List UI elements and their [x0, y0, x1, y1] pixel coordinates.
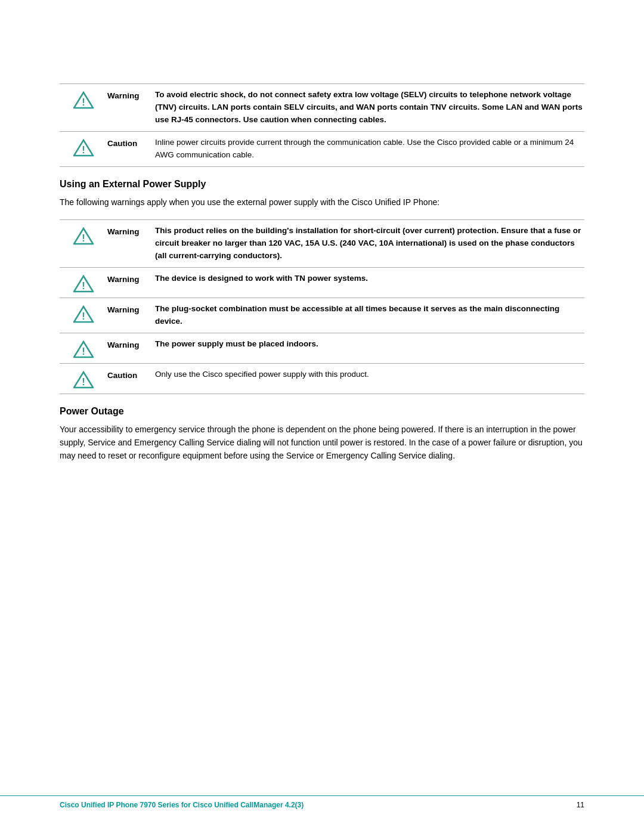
warning-label-2: Warning [107, 225, 155, 236]
page-content: ! Warning To avoid electric shock, do no… [0, 0, 644, 521]
caution-icon-col-2: ! [60, 368, 107, 389]
warning-triangle-icon-4: ! [73, 305, 94, 323]
svg-text:!: ! [82, 346, 85, 357]
caution-icon-col-1: ! [60, 137, 107, 157]
warning-icon-col-1: ! [60, 89, 107, 109]
notice-warning-1: ! Warning To avoid electric shock, do no… [60, 83, 584, 131]
warning-icon-col-4: ! [60, 303, 107, 323]
notice-warning-2: ! Warning This product relies on the bui… [60, 219, 584, 267]
warning-label-4: Warning [107, 303, 155, 314]
svg-text:!: ! [82, 281, 85, 291]
warning-triangle-icon-2: ! [73, 227, 94, 245]
svg-text:!: ! [82, 377, 85, 387]
warning-icon-col-5: ! [60, 338, 107, 358]
warning-text-1: To avoid electric shock, do not connect … [155, 89, 584, 126]
warning-label-3: Warning [107, 272, 155, 284]
notice-warning-4: ! Warning The plug-socket combination mu… [60, 298, 584, 333]
notice-caution-1: ! Caution Inline power circuits provide … [60, 131, 584, 167]
section-heading-power-outage: Power Outage [60, 406, 584, 417]
warning-icon-col-2: ! [60, 225, 107, 245]
warning-label-5: Warning [107, 338, 155, 349]
warning-text-2: This product relies on the building's in… [155, 225, 584, 262]
caution-triangle-icon-1: ! [73, 139, 94, 157]
caution-text-2: Only use the Cisco specified power suppl… [155, 368, 584, 381]
warning-triangle-icon-1: ! [73, 91, 94, 109]
warning-text-5: The power supply must be placed indoors. [155, 338, 584, 351]
section-intro-external-power: The following warnings apply when you us… [60, 196, 584, 209]
footer-title: Cisco Unified IP Phone 7970 Series for C… [60, 801, 304, 809]
section-intro-power-outage: Your accessibility to emergency service … [60, 423, 584, 463]
svg-text:!: ! [82, 311, 85, 321]
warning-icon-col-3: ! [60, 272, 107, 293]
warning-text-4: The plug-socket combination must be acce… [155, 303, 584, 328]
svg-text:!: ! [82, 233, 85, 243]
notice-warning-5: ! Warning The power supply must be place… [60, 333, 584, 363]
notice-caution-2: ! Caution Only use the Cisco specified p… [60, 363, 584, 394]
warning-text-3: The device is designed to work with TN p… [155, 272, 584, 285]
svg-text:!: ! [82, 97, 85, 107]
section-heading-external-power: Using an External Power Supply [60, 179, 584, 190]
caution-text-1: Inline power circuits provide current th… [155, 137, 584, 162]
caution-label-1: Caution [107, 137, 155, 148]
warning-triangle-icon-3: ! [73, 275, 94, 293]
notice-warning-3: ! Warning The device is designed to work… [60, 267, 584, 298]
page-footer: Cisco Unified IP Phone 7970 Series for C… [0, 795, 644, 809]
warning-label-1: Warning [107, 89, 155, 100]
caution-label-2: Caution [107, 368, 155, 380]
warning-triangle-icon-5: ! [73, 340, 94, 358]
caution-triangle-icon-2: ! [73, 371, 94, 389]
footer-page-number: 11 [577, 801, 584, 809]
svg-text:!: ! [82, 145, 85, 155]
